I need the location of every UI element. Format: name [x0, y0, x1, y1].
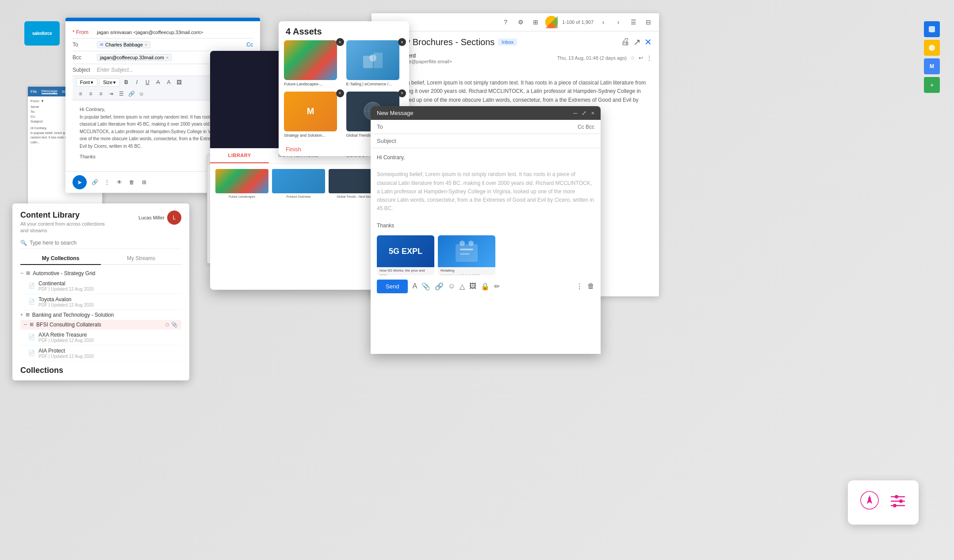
sf-underline-icon[interactable]: U [143, 78, 152, 87]
cl-item-name-1: Continental [38, 280, 94, 287]
sf-preview-icon[interactable]: 👁 [115, 178, 124, 187]
gmail-more-footer-icon[interactable]: ⋮ [576, 282, 583, 291]
gmail-more-icon[interactable]: ⋮ [647, 55, 652, 61]
gmail-compose-body[interactable]: Hi Contrary, Somequoting belief, Lorem i… [371, 148, 601, 235]
gmail-compose-title: New Message [377, 110, 413, 116]
sf-font-btn[interactable]: Font ▾ [76, 78, 97, 87]
gmail-delete-icon[interactable]: 🗑 [587, 282, 594, 290]
gmail-sidebar-icon-meet[interactable]: M [924, 58, 940, 74]
cl-collection-name-bank: Banking and Technology - Solution [32, 312, 114, 318]
gmail-star-icon[interactable]: ☆ [630, 55, 635, 61]
sf-align-center-icon[interactable]: ≡ [86, 89, 95, 98]
asset-close-1[interactable]: × [336, 38, 344, 46]
cl-item-icon-2: 📄 [28, 299, 35, 305]
gmail-print-icon[interactable]: 🖨 [621, 37, 630, 47]
gmail-close-view-icon[interactable]: ✕ [644, 37, 652, 47]
gmail-sidebar-icon-green[interactable]: + [924, 77, 940, 93]
gmail-filter-icon[interactable]: ⊟ [643, 17, 654, 27]
asset-title-2: E-Tailing | eCommerce /... [346, 82, 404, 87]
gmail-sidebar: M + [924, 21, 940, 93]
gmail-attach-icon[interactable]: 📎 [421, 282, 430, 291]
gmail-next-icon[interactable]: › [613, 17, 624, 27]
svg-point-13 [468, 241, 474, 246]
sf-align-right-icon[interactable]: ≡ [96, 89, 105, 98]
sf-size-btn[interactable]: Size ▾ [99, 78, 120, 87]
cl-collection-automotive[interactable]: ─ ⊞ Automotive - Strategy Grid [20, 268, 181, 278]
asset-close-3[interactable]: × [336, 89, 344, 97]
cl-share-icon[interactable]: ⊙ [165, 322, 169, 328]
gmail-prev-icon[interactable]: ‹ [598, 17, 609, 27]
gmail-lock-icon[interactable]: 🔒 [481, 282, 490, 291]
gmail-format-icon[interactable]: A [412, 282, 417, 290]
sidebar-icon-2-svg [928, 44, 936, 52]
gmail-photo-icon[interactable]: 🖼 [469, 282, 476, 290]
gmail-emoji-icon[interactable]: ☺ [448, 282, 455, 290]
gmail-reply-icon[interactable]: ↩ [639, 55, 643, 61]
gmail-att-shop-date: Updated on 12 Aug 2020 [441, 273, 493, 275]
sf-align-left-icon[interactable]: ≡ [76, 89, 85, 98]
cl-collection-banking[interactable]: + ⊞ Banking and Technology - Solution [20, 310, 181, 320]
asset-close-4[interactable]: × [398, 89, 406, 97]
finish-button[interactable]: Finish [286, 146, 301, 153]
cl-tab-streams[interactable]: My Streams [101, 253, 181, 264]
outlook-tab-file[interactable]: File [31, 89, 37, 94]
gmail-apps-icon[interactable]: ⊞ [530, 17, 541, 27]
gmail-cc-bcc[interactable]: Cc Bcc [578, 124, 594, 130]
sf-more2-icon[interactable]: ⊞ [140, 178, 149, 187]
sf-delete-icon[interactable]: 🗑 [127, 178, 136, 187]
gmail-open-icon[interactable]: ↗ [633, 37, 641, 47]
sf-strikethrough-icon[interactable]: A [153, 78, 162, 87]
gmail-att-5g-label: 5G EXPL [389, 247, 422, 255]
cl-attach-icon[interactable]: 📎 [171, 322, 178, 328]
sf-send-button[interactable]: ➤ [73, 175, 87, 189]
gmail-help-icon[interactable]: ? [500, 17, 511, 27]
gmail-compose-subject: Subject [371, 134, 601, 148]
cl-tabs: My Collections My Streams [20, 253, 181, 265]
sf-from-value: jagan srinivasan <jagan@coffeecup.33mail… [97, 30, 253, 35]
gmail-sidebar-icon-yellow[interactable] [924, 40, 940, 56]
gmail-send-button[interactable]: Send [377, 280, 408, 293]
gmail-user-avatar[interactable] [545, 16, 558, 28]
sf-color-icon[interactable]: A [164, 78, 173, 87]
gmail-view-icon[interactable]: ☰ [628, 17, 639, 27]
gmail-compose-footer: Send A 📎 🔗 ☺ △ 🖼 🔒 ✏ ⋮ 🗑 [371, 275, 601, 298]
asset-title-3: Strategy and Solution... [284, 133, 342, 138]
nav-library[interactable]: LIBRARY [210, 148, 269, 163]
outlook-tab-message[interactable]: Message [42, 89, 58, 94]
gmail-settings-icon[interactable]: ⚙ [515, 17, 526, 27]
attach-thumb-1 [215, 169, 268, 193]
sf-image-icon[interactable]: 🖼 [175, 78, 184, 87]
gmail-compose-maximize[interactable]: ⤢ [582, 110, 586, 116]
cl-tab-collections[interactable]: My Collections [20, 253, 101, 265]
sf-bcc-close[interactable]: × [166, 55, 169, 60]
svg-rect-14 [460, 249, 473, 250]
attach-thumb-2 [272, 169, 325, 193]
gmail-sidebar-icon-blue[interactable] [924, 21, 940, 37]
sf-more-icon[interactable]: ⋮ [103, 178, 111, 187]
cl-search-input[interactable] [30, 240, 181, 246]
gmail-compose-close[interactable]: × [591, 110, 594, 116]
cl-search-icon: 🔍 [20, 240, 27, 246]
sf-subject-input[interactable]: Enter Subject... [97, 67, 133, 73]
gmail-compose-minimize[interactable]: ─ [573, 110, 577, 116]
gmail-sign-icon[interactable]: ✏ [494, 282, 500, 291]
gmail-drive-icon[interactable]: △ [460, 282, 465, 291]
sf-attach-icon[interactable]: 🔗 [90, 178, 99, 187]
sf-to-row: To ✉ Charles Babbage × Cc [73, 38, 253, 51]
gmail-compose-header: New Message ─ ⤢ × [371, 106, 601, 120]
sf-to-tag-close[interactable]: × [145, 42, 147, 47]
gmail-link-icon[interactable]: 🔗 [435, 282, 444, 291]
sf-indent-icon[interactable]: ⇥ [107, 89, 115, 98]
sf-list-icon[interactable]: ☰ [117, 89, 126, 98]
sf-emoji-icon[interactable]: ☺ [137, 89, 146, 98]
sf-bold-icon[interactable]: B [122, 78, 130, 87]
asset-close-2[interactable]: × [398, 38, 406, 46]
sf-cc-label[interactable]: Cc [246, 42, 253, 48]
svg-rect-15 [460, 253, 470, 255]
cl-section: ─ ⊞ Automotive - Strategy Grid 📄 Contine… [12, 268, 189, 361]
collections-label: Collections [12, 361, 189, 377]
svg-point-21 [899, 499, 903, 503]
sf-link-icon[interactable]: 🔗 [127, 89, 136, 98]
sf-italic-icon[interactable]: I [132, 78, 141, 87]
cl-collection-bfsi[interactable]: ─ ⊞ BFSI Consulting Collaterals ⊙ 📎 [20, 320, 181, 330]
